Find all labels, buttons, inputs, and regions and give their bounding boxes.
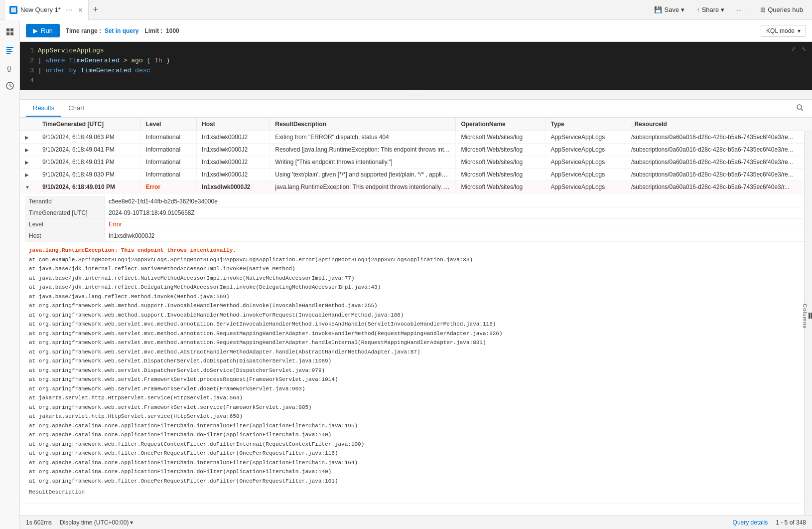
stack-line-23: at org.springframework.web.filter.OncePe… [29, 449, 803, 458]
active-tab[interactable]: New Query 1* ··· × [4, 0, 89, 20]
queries-hub-label: Queries hub [768, 6, 803, 13]
results-table-container[interactable]: TimeGenerated [UTC] Level Host ResultDes… [20, 118, 812, 515]
stack-line-7: at org.springframework.web.method.suppor… [29, 301, 803, 311]
tab-title: New Query 1* [20, 6, 61, 13]
stack-line-24: at org.apache.catalina.core.ApplicationF… [29, 458, 803, 468]
detail-val-host: In1xsdlwk0000J2 [105, 230, 807, 241]
expand-icon[interactable]: ▶ [25, 172, 29, 177]
cell-host: In1xsdlwk0000J2 [197, 131, 270, 144]
cell-level: Informational [140, 169, 196, 181]
cell-time: 9/10/2024, 6:18:49.010 PM [37, 181, 140, 193]
tab-close[interactable]: × [77, 6, 83, 14]
tab-results[interactable]: Results [26, 100, 61, 117]
expand-icon[interactable]: ▶ [25, 160, 29, 165]
tab-actions: 💾 Save ▾ ↑ Share ▾ ··· ⊞ Queries hub [649, 4, 808, 15]
results-search-button[interactable] [794, 102, 806, 115]
more-options-button[interactable]: ··· [731, 4, 747, 15]
sidebar-home-icon[interactable] [2, 24, 18, 40]
col-header-host[interactable]: Host [197, 118, 270, 131]
queries-hub-icon: ⊞ [760, 6, 766, 13]
columns-panel[interactable]: Columns [804, 118, 812, 515]
detail-level: Level Error [25, 219, 807, 230]
stack-trace: java.lang.RuntimeException: This endpoin… [25, 242, 807, 501]
stack-line-2: at com.example.SpringBoot3Log4j2AppSvcLo… [29, 255, 803, 265]
table-row: ▶ 9/10/2024, 6:18:49.031 PM Informationa… [20, 156, 812, 169]
play-icon: ▶ [33, 27, 38, 34]
queries-hub-button[interactable]: ⊞ Queries hub [755, 4, 808, 15]
cell-time: 9/10/2024, 6:18:49.031 PM [37, 156, 140, 169]
stack-line-4: at java.base/jdk.internal.reflect.Native… [29, 274, 803, 283]
editor-results-divider[interactable]: · · · [20, 90, 812, 100]
stack-line-9: at org.springframework.web.servlet.mvc.m… [29, 320, 803, 329]
cell-type: AppServiceAppLogs [545, 156, 626, 169]
stack-line-21: at org.apache.catalina.core.ApplicationF… [29, 430, 803, 440]
expand-cell[interactable]: ▶ [20, 144, 37, 156]
timezone-label: Display time (UTC+00:00) [60, 519, 129, 526]
columns-panel-label [808, 312, 812, 321]
detail-tenant: TenantId c5ee8e62-1fd1-44fb-b2d5-362f0e3… [25, 196, 807, 207]
tab-chart[interactable]: Chart [61, 100, 91, 117]
svg-point-11 [797, 105, 802, 109]
share-chevron: ▾ [721, 6, 724, 13]
save-chevron: ▾ [681, 6, 684, 13]
col-header-level[interactable]: Level [140, 118, 196, 131]
share-button[interactable]: ↑ Share ▾ [691, 4, 729, 15]
cell-result: Using 'text/plain', given [*/*] and supp… [270, 169, 456, 181]
expand-cell[interactable]: ▶ [20, 131, 37, 144]
svg-line-12 [801, 109, 803, 111]
line-number-4: 4 [26, 76, 34, 86]
col-header-operation[interactable]: OperationName [456, 118, 545, 131]
sidebar-history-icon[interactable] [2, 78, 18, 94]
stack-line-18: at org.springframework.web.servlet.Frame… [29, 403, 803, 412]
new-tab-button[interactable]: + [89, 4, 102, 15]
svg-rect-8 [6, 53, 10, 54]
cell-resource: /subscriptions/0a60a016-d28c-428c-b5a6-7… [626, 156, 812, 169]
time-range-info: Time range : Set in query [66, 27, 139, 34]
cell-resource: /subscriptions/0a60a016-d28c-428c-b5a6-7… [626, 144, 812, 156]
code-editor[interactable]: 1 AppServiceAppLogs 2 | where TimeGenera… [20, 42, 812, 90]
tab-dots[interactable]: ··· [64, 5, 74, 14]
expand-cell[interactable]: ▶ [20, 169, 37, 181]
timezone-button[interactable]: Display time (UTC+00:00) ▾ [60, 519, 133, 526]
cell-level: Error [140, 181, 196, 193]
editor-expand-icon[interactable]: ⤢ [789, 45, 798, 53]
col-header-resource[interactable]: _ResourceId [626, 118, 812, 131]
sidebar-function-icon[interactable]: {} [2, 60, 18, 76]
kql-mode-dropdown[interactable]: KQL mode ▾ [761, 25, 806, 37]
cell-level: Informational [140, 144, 196, 156]
line-content-2: | where TimeGenerated > ago ( 1h ) [38, 56, 170, 66]
cell-level: Informational [140, 131, 196, 144]
table-row: ▼ 9/10/2024, 6:18:49.010 PM Error In1xsd… [20, 181, 812, 193]
col-header-type[interactable]: Type [545, 118, 626, 131]
expand-icon[interactable]: ▶ [25, 135, 29, 140]
line-number-3: 3 [26, 66, 34, 76]
svg-text:{}: {} [7, 64, 11, 72]
cell-time: 9/10/2024, 6:18:49.030 PM [37, 169, 140, 181]
line-content-3: | order by TimeGenerated desc [38, 66, 150, 76]
line-number-2: 2 [26, 56, 34, 66]
detail-val-time: 2024-09-10T18:18:49.0105658Z [105, 207, 807, 218]
time-range-label: Time range : [66, 27, 101, 34]
expand-icon[interactable]: ▶ [25, 147, 29, 153]
editor-collapse-icon[interactable]: ⤡ [800, 45, 808, 53]
expand-cell[interactable]: ▼ [20, 181, 37, 193]
stack-line-3: at java.base/jdk.internal.reflect.Native… [29, 264, 803, 274]
detail-key-level: Level [25, 219, 105, 230]
query-details-link[interactable]: Query details [733, 519, 768, 526]
editor-line-3: 3 | order by TimeGenerated desc [26, 66, 806, 76]
expand-icon[interactable]: ▼ [25, 184, 30, 190]
editor-line-4: 4 [26, 76, 806, 86]
columns-label-text: Columns [802, 304, 808, 329]
col-header-time[interactable]: TimeGenerated [UTC] [37, 118, 140, 131]
col-header-result[interactable]: ResultDescription [270, 118, 456, 131]
stack-key-result: ResultDescription [29, 488, 803, 497]
stack-line-25: at org.apache.catalina.core.ApplicationF… [29, 467, 803, 477]
svg-rect-5 [6, 47, 13, 48]
expand-cell[interactable]: ▶ [20, 156, 37, 169]
run-button[interactable]: ▶ Run [26, 24, 60, 37]
sidebar-query-icon[interactable] [2, 42, 18, 58]
share-label: Share [702, 6, 719, 13]
expanded-content: TenantId c5ee8e62-1fd1-44fb-b2d5-362f0e3… [25, 196, 807, 501]
app-icon [9, 6, 17, 14]
save-button[interactable]: 💾 Save ▾ [649, 4, 689, 15]
